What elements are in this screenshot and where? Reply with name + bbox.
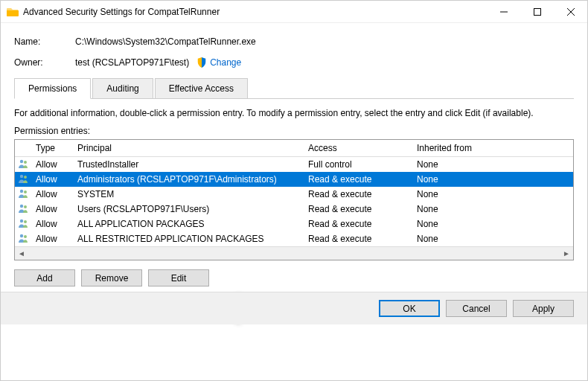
table-row[interactable]: AllowUsers (RCSLAPTOP971F\Users)Read & e… — [15, 202, 573, 217]
svg-point-9 — [24, 190, 27, 193]
add-button[interactable]: Add — [14, 269, 75, 286]
cell-principal: Administrators (RCSLAPTOP971F\Administra… — [71, 173, 302, 186]
cell-type: Allow — [30, 173, 71, 186]
tabs: Permissions Auditing Effective Access — [14, 78, 574, 99]
cell-access: Full control — [302, 158, 411, 171]
table-body: AllowTrustedInstallerFull controlNoneAll… — [15, 157, 573, 246]
cell-principal: TrustedInstaller — [71, 158, 302, 171]
scroll-left-icon[interactable]: ◄ — [15, 247, 28, 260]
table-row[interactable]: AllowSYSTEMRead & executeNone — [15, 187, 573, 202]
svg-point-12 — [20, 219, 23, 222]
svg-point-6 — [20, 174, 23, 177]
change-owner-link[interactable]: Change — [210, 57, 241, 68]
window-title: Advanced Security Settings for CompatTel… — [23, 7, 487, 17]
cell-type: Allow — [30, 217, 71, 231]
owner-label: Owner: — [14, 57, 75, 68]
cell-principal: ALL RESTRICTED APPLICATION PACKAGES — [71, 232, 302, 246]
tab-effective-access[interactable]: Effective Access — [155, 78, 248, 98]
name-label: Name: — [14, 36, 75, 47]
dialog-buttons: OK Cancel Apply — [1, 292, 587, 324]
cell-principal: Users (RCSLAPTOP971F\Users) — [71, 202, 302, 216]
svg-point-5 — [24, 161, 27, 164]
table-row[interactable]: AllowAdministrators (RCSLAPTOP971F\Admin… — [15, 172, 573, 187]
table-row[interactable]: AllowALL APPLICATION PACKAGESRead & exec… — [15, 217, 573, 231]
permission-table: Type Principal Access Inherited from All… — [14, 139, 574, 260]
table-header: Type Principal Access Inherited from — [15, 140, 573, 157]
cell-type: Allow — [30, 232, 71, 246]
people-icon — [18, 218, 30, 231]
svg-rect-1 — [534, 8, 540, 15]
svg-point-15 — [24, 235, 27, 238]
cell-principal: SYSTEM — [71, 188, 302, 201]
header-inherited[interactable]: Inherited from — [411, 140, 573, 156]
people-icon — [18, 159, 30, 171]
cancel-button[interactable]: Cancel — [446, 300, 507, 317]
svg-point-11 — [24, 205, 27, 208]
shield-icon — [196, 57, 207, 68]
cell-access: Read & execute — [302, 173, 411, 186]
svg-point-13 — [24, 220, 27, 223]
header-principal[interactable]: Principal — [71, 140, 302, 156]
cell-access: Read & execute — [302, 202, 411, 216]
cell-inherited: None — [411, 188, 573, 201]
apply-button[interactable]: Apply — [513, 300, 574, 317]
svg-point-14 — [20, 234, 23, 237]
cell-inherited: None — [411, 158, 573, 171]
tab-auditing[interactable]: Auditing — [92, 78, 153, 98]
people-icon — [18, 173, 30, 186]
people-icon — [18, 233, 30, 246]
cell-type: Allow — [30, 158, 71, 171]
owner-row: Owner: test (RCSLAPTOP971F\test) Change — [14, 57, 574, 68]
titlebar: Advanced Security Settings for CompatTel… — [1, 1, 587, 23]
cell-access: Read & execute — [302, 217, 411, 231]
svg-point-7 — [24, 176, 27, 179]
svg-point-4 — [20, 159, 23, 162]
name-value: C:\Windows\System32\CompatTelRunner.exe — [75, 36, 256, 47]
header-type[interactable]: Type — [30, 140, 71, 156]
edit-button[interactable]: Edit — [148, 269, 209, 286]
remove-button[interactable]: Remove — [81, 269, 142, 286]
name-row: Name: C:\Windows\System32\CompatTelRunne… — [14, 36, 574, 47]
cell-type: Allow — [30, 188, 71, 201]
table-row[interactable]: AllowALL RESTRICTED APPLICATION PACKAGES… — [15, 231, 573, 246]
cell-inherited: None — [411, 202, 573, 216]
cell-type: Allow — [30, 202, 71, 216]
cell-inherited: None — [411, 232, 573, 246]
ok-button[interactable]: OK — [379, 300, 440, 317]
cell-inherited: None — [411, 173, 573, 186]
owner-value: test (RCSLAPTOP971F\test) — [75, 57, 189, 68]
header-access[interactable]: Access — [302, 140, 411, 156]
cell-access: Read & execute — [302, 188, 411, 201]
tab-permissions[interactable]: Permissions — [14, 78, 91, 99]
table-row[interactable]: AllowTrustedInstallerFull controlNone — [15, 157, 573, 172]
close-button[interactable] — [554, 1, 587, 23]
people-icon — [18, 203, 30, 216]
maximize-button[interactable] — [520, 1, 554, 23]
entries-label: Permission entries: — [14, 126, 574, 136]
people-icon — [18, 188, 30, 201]
minimize-button[interactable] — [487, 1, 520, 23]
folder-icon — [7, 6, 19, 18]
horizontal-scrollbar[interactable]: ◄ ► — [15, 246, 573, 260]
cell-inherited: None — [411, 217, 573, 231]
instruction-text: For additional information, double-click… — [14, 108, 574, 118]
cell-access: Read & execute — [302, 232, 411, 246]
cell-principal: ALL APPLICATION PACKAGES — [71, 217, 302, 231]
svg-point-10 — [20, 204, 23, 207]
scroll-right-icon[interactable]: ► — [560, 247, 573, 260]
svg-point-8 — [20, 189, 23, 192]
